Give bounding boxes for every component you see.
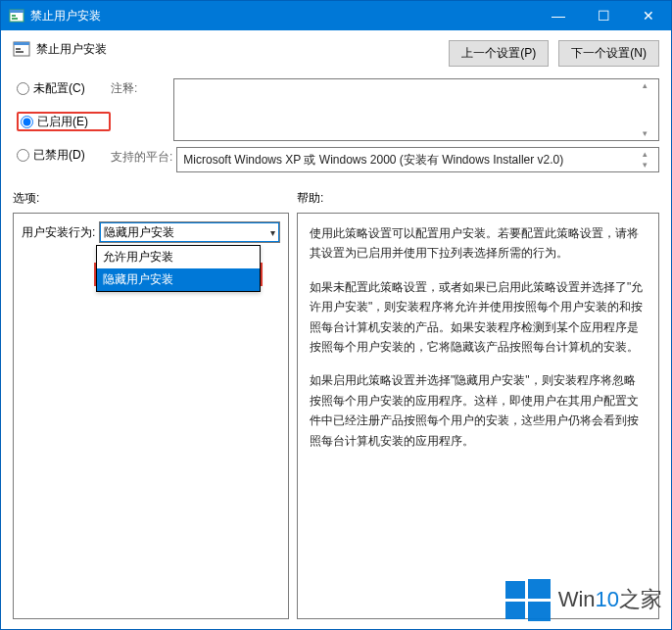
prev-setting-button[interactable]: 上一个设置(P): [449, 40, 549, 67]
windows-logo-icon: [504, 575, 552, 624]
help-paragraph-2: 如果未配置此策略设置，或者如果已启用此策略设置并选择了"允许用户安装"，则安装程…: [310, 277, 647, 358]
title-bar: 禁止用户安装 — ☐ ✕: [1, 1, 671, 30]
chevron-down-icon: ▾: [270, 227, 275, 238]
options-label: 选项:: [13, 190, 297, 207]
svg-rect-3: [12, 18, 18, 20]
svg-rect-1: [10, 10, 24, 13]
scrollbar-icon: ▴▾: [643, 81, 656, 138]
svg-rect-5: [14, 42, 29, 45]
minimize-button[interactable]: —: [536, 1, 581, 30]
dialog-window: 禁止用户安装 — ☐ ✕ 禁止用户安装 上一个设置(P) 下一个设置(N): [0, 0, 672, 630]
heading-text: 禁止用户安装: [36, 41, 107, 58]
supported-row: 支持的平台: Microsoft Windows XP 或 Windows 20…: [111, 147, 659, 172]
help-label: 帮助:: [297, 190, 659, 207]
radio-not-configured-label: 未配置(C): [33, 80, 85, 97]
close-button[interactable]: ✕: [626, 1, 671, 30]
behavior-select-value: 隐藏用户安装: [104, 224, 174, 241]
meta-col: 注释: ▴▾ 支持的平台: Microsoft Windows XP 或 Win…: [111, 78, 659, 172]
next-setting-button[interactable]: 下一个设置(N): [558, 40, 659, 67]
radio-enabled-label: 已启用(E): [37, 114, 88, 130]
dialog-content: 禁止用户安装 上一个设置(P) 下一个设置(N) 未配置(C) 已启用(E): [1, 30, 671, 629]
nav-buttons: 上一个设置(P) 下一个设置(N): [449, 40, 659, 67]
supported-label: 支持的平台:: [111, 147, 172, 166]
comment-textbox[interactable]: ▴▾: [173, 78, 659, 141]
help-paragraph-3: 如果启用此策略设置并选择"隐藏用户安装"，则安装程序将忽略按照每个用户安装的应用…: [310, 370, 647, 451]
header-row: 禁止用户安装 上一个设置(P) 下一个设置(N): [13, 40, 659, 67]
heading: 禁止用户安装: [13, 40, 449, 58]
behavior-dropdown: 允许用户安装 隐藏用户安装: [96, 245, 261, 292]
dropdown-item-hide[interactable]: 隐藏用户安装: [97, 268, 260, 291]
supported-text: Microsoft Windows XP 或 Windows 2000 (安装有…: [183, 152, 563, 169]
svg-rect-10: [505, 602, 525, 619]
option-behavior-label: 用户安装行为:: [22, 224, 95, 241]
svg-rect-8: [505, 581, 525, 599]
app-icon: [9, 8, 24, 24]
radio-enabled[interactable]: 已启用(E): [17, 112, 111, 131]
radio-disabled[interactable]: 已禁用(D): [17, 145, 111, 165]
svg-rect-7: [16, 51, 24, 53]
svg-rect-9: [528, 579, 551, 599]
options-panel: 用户安装行为: 隐藏用户安装 ▾ 允许用户安装 隐藏用户安装: [13, 213, 289, 619]
main-panels: 用户安装行为: 隐藏用户安装 ▾ 允许用户安装 隐藏用户安装 使用此策略设置可以…: [13, 213, 659, 629]
watermark: Win10之家: [504, 575, 662, 624]
radio-enabled-input[interactable]: [21, 116, 33, 128]
state-radios: 未配置(C) 已启用(E) 已禁用(D): [13, 78, 111, 172]
watermark-text: Win10之家: [558, 585, 662, 614]
config-row: 未配置(C) 已启用(E) 已禁用(D) 注释: ▴▾: [13, 78, 659, 172]
behavior-select[interactable]: 隐藏用户安装 ▾: [99, 221, 280, 243]
maximize-button[interactable]: ☐: [581, 1, 626, 30]
radio-disabled-label: 已禁用(D): [33, 147, 85, 164]
policy-icon: [13, 40, 30, 58]
radio-not-configured-input[interactable]: [17, 82, 29, 95]
window-buttons: — ☐ ✕: [536, 1, 671, 30]
radio-disabled-input[interactable]: [17, 149, 29, 162]
section-labels: 选项: 帮助:: [13, 190, 659, 207]
comment-row: 注释: ▴▾: [111, 78, 659, 141]
dropdown-item-allow[interactable]: 允许用户安装: [97, 246, 260, 268]
wm-suffix: 之家: [619, 587, 662, 611]
svg-rect-2: [12, 15, 16, 17]
supported-textbox[interactable]: Microsoft Windows XP 或 Windows 2000 (安装有…: [176, 147, 659, 172]
comment-label: 注释:: [111, 78, 169, 97]
help-paragraph-1: 使用此策略设置可以配置用户安装。若要配置此策略设置，请将其设置为已启用并使用下拉…: [310, 223, 647, 264]
radio-not-configured[interactable]: 未配置(C): [17, 78, 111, 98]
scrollbar-icon: ▴▾: [643, 150, 656, 170]
wm-accent: 10: [596, 587, 619, 611]
svg-rect-11: [528, 602, 551, 621]
svg-rect-6: [16, 48, 21, 50]
help-panel: 使用此策略设置可以配置用户安装。若要配置此策略设置，请将其设置为已启用并使用下拉…: [297, 213, 659, 619]
window-title: 禁止用户安装: [30, 8, 536, 24]
wm-prefix: Win: [558, 587, 596, 611]
option-behavior-row: 用户安装行为: 隐藏用户安装 ▾: [22, 221, 280, 243]
